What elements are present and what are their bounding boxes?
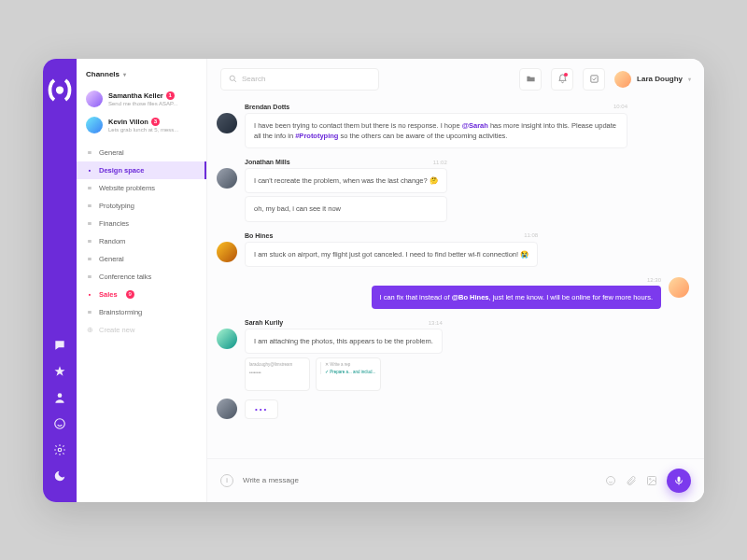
svg-point-3	[58, 448, 62, 452]
message-bubble: I have been trying to contact them but t…	[245, 113, 627, 149]
svg-rect-9	[678, 476, 681, 482]
typing-dots: •••	[245, 399, 278, 419]
message-self: 12:30 I can fix that instead of @Bo Hine…	[217, 277, 689, 312]
hash-icon: ≡	[86, 219, 93, 228]
svg-point-6	[607, 476, 615, 484]
unread-badge: 1	[166, 91, 175, 100]
message-bubble: I can fix that instead of @Bo Hines, jus…	[372, 286, 661, 309]
hash-icon: ≡	[86, 202, 93, 210]
dm-item[interactable]: Kevin Villon3 Lets grab lunch at 5, mess…	[77, 112, 206, 138]
attachment[interactable]: ✕ Write a rep ✓ Prepare a... and includ.…	[316, 357, 381, 391]
topbar: Search Lara Doughy ▾	[207, 59, 704, 100]
message: Bo Hines11:08 I am stuck on airport, my …	[217, 232, 689, 270]
app-window: Channels ▾ Samantha Keller1 Send me thos…	[43, 59, 704, 502]
dm-preview: Send me those files ASAP...	[108, 101, 177, 106]
create-channel[interactable]: ⊕Create new	[77, 321, 206, 339]
channel-item-sales[interactable]: ▪Sales 9	[77, 286, 206, 303]
message: Jonathan Mills11:02 I can't recreate the…	[217, 159, 689, 225]
moon-icon[interactable]	[53, 469, 66, 483]
channels-header[interactable]: Channels ▾	[77, 59, 206, 86]
info-icon[interactable]: i	[220, 474, 233, 487]
avatar	[86, 117, 103, 133]
unread-badge: 3	[151, 118, 160, 126]
message-time: 10:04	[613, 104, 627, 109]
avatar	[669, 277, 689, 298]
hash-icon: ▪	[86, 166, 93, 175]
avatar	[86, 91, 103, 107]
svg-point-8	[650, 478, 652, 480]
user-name: Lara Doughy	[637, 75, 683, 83]
app-logo-icon	[43, 72, 77, 108]
dm-item[interactable]: Samantha Keller1 Send me those files ASA…	[77, 86, 206, 112]
search-input[interactable]: Search	[220, 68, 379, 91]
message-author: Jonathan Mills	[245, 159, 290, 165]
chat-icon[interactable]	[53, 339, 66, 352]
channel-item-conference-talks[interactable]: ≡Conference talks	[77, 268, 206, 286]
notification-dot	[564, 73, 568, 77]
user-icon[interactable]	[53, 391, 66, 404]
message-bubble: I am stuck on airport, my flight just go…	[245, 242, 538, 267]
hash-icon: ≡	[86, 148, 93, 157]
channel-item-website-problems[interactable]: ≡Website problems	[77, 179, 206, 197]
svg-point-2	[55, 418, 65, 428]
nav-rail	[43, 59, 77, 502]
dm-preview: Lets grab lunch at 5, mess...	[108, 127, 178, 133]
channel-list: ≡General ▪Design space ≡Website problems…	[77, 144, 206, 339]
svg-point-0	[58, 88, 63, 92]
message-time: 11:02	[433, 160, 447, 165]
message-bubble: I can't recreate the problem, when was t…	[245, 168, 447, 193]
hash-icon: ▪	[86, 290, 93, 299]
message-list[interactable]: Brendan Dotts10:04 I have been trying to…	[207, 100, 704, 458]
channel-item-random[interactable]: ≡Random	[77, 232, 206, 250]
hash-icon: ≡	[86, 237, 93, 245]
mention[interactable]: @Sarah	[462, 121, 488, 130]
channel-item-general-2[interactable]: ≡General	[77, 250, 206, 268]
hash-icon: ≡	[86, 273, 93, 281]
settings-icon[interactable]	[53, 443, 66, 456]
attachment-icon[interactable]	[626, 475, 637, 486]
svg-rect-5	[590, 76, 597, 82]
smile-icon[interactable]	[53, 417, 66, 430]
message-time: 13:14	[429, 320, 443, 326]
notifications-button[interactable]	[551, 68, 573, 91]
avatar	[217, 242, 237, 262]
message: Sarah Kurily13:14 I am attaching the pho…	[217, 319, 689, 391]
message: Brendan Dotts10:04 I have been trying to…	[217, 104, 689, 152]
channel-item-brainstorming[interactable]: ≡Brainstorming	[77, 303, 206, 321]
user-avatar	[614, 71, 631, 88]
typing-indicator: •••	[217, 399, 689, 419]
message-time: 12:30	[647, 277, 661, 283]
hash-icon: ≡	[86, 255, 93, 263]
avatar	[217, 329, 237, 349]
main-panel: Search Lara Doughy ▾ Brendan Dotts10:04 …	[207, 59, 704, 502]
emoji-icon[interactable]	[605, 475, 616, 486]
channel-item-prototyping[interactable]: ≡Prototyping	[77, 197, 206, 215]
svg-point-1	[58, 393, 63, 398]
svg-point-4	[230, 76, 234, 80]
channels-sidebar: Channels ▾ Samantha Keller1 Send me thos…	[77, 59, 207, 502]
channels-header-label: Channels	[86, 70, 120, 78]
search-placeholder: Search	[242, 75, 265, 83]
channel-item-financies[interactable]: ≡Financies	[77, 215, 206, 232]
plus-icon: ⊕	[86, 326, 93, 334]
channel-item-design-space[interactable]: ▪Design space	[77, 161, 206, 179]
tasks-button[interactable]	[583, 68, 605, 91]
hashtag[interactable]: #Prototyping	[295, 132, 338, 140]
message-author: Bo Hines	[245, 232, 273, 239]
mention[interactable]: @Bo Hines	[452, 293, 489, 301]
channel-item-general[interactable]: ≡General	[77, 144, 206, 161]
avatar	[217, 168, 237, 189]
message-input[interactable]	[243, 476, 596, 484]
unread-badge: 9	[126, 290, 134, 299]
mic-button[interactable]	[667, 469, 691, 493]
avatar	[217, 113, 237, 133]
avatar	[217, 399, 237, 419]
chevron-down-icon: ▾	[688, 76, 691, 82]
folder-button[interactable]	[519, 68, 542, 91]
attachment[interactable]: laradoughy@limstream ••••••••	[245, 357, 310, 391]
user-menu[interactable]: Lara Doughy ▾	[614, 71, 691, 88]
image-icon[interactable]	[646, 475, 657, 486]
message-composer: i	[207, 458, 704, 502]
star-icon[interactable]	[53, 365, 66, 378]
chevron-down-icon: ▾	[123, 71, 126, 77]
